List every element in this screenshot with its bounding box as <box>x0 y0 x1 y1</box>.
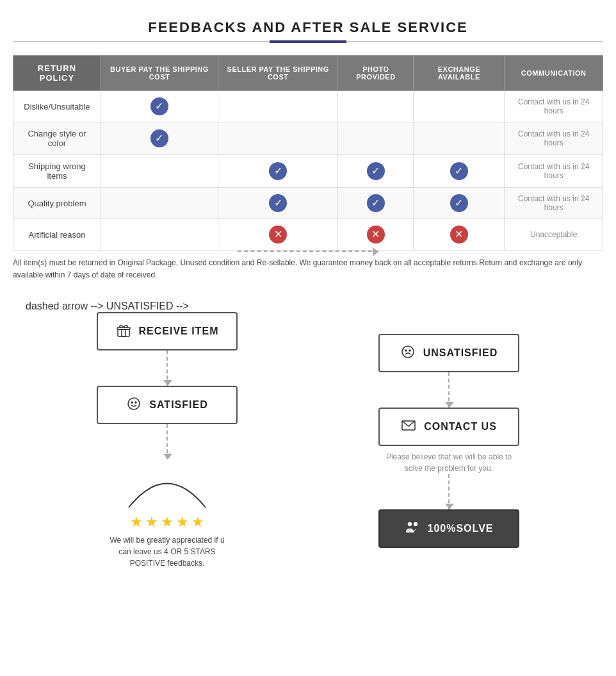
satisfied-label: SATISFIED <box>149 399 207 411</box>
buyer-pay-cell <box>101 219 218 251</box>
unsatisfied-label: UNSATISFIED <box>423 347 498 359</box>
col-header-photo: PHOTO PROVIDED <box>338 56 414 91</box>
check-icon: ✓ <box>269 194 287 212</box>
communication-cell: Contact with us in 24 hours <box>505 155 603 188</box>
star-1: ★ <box>130 514 143 531</box>
svg-point-11 <box>414 522 417 526</box>
table-row: Shipping wrong items ✓ ✓ ✓ Contact with … <box>13 155 603 188</box>
svg-point-10 <box>408 522 412 526</box>
stars-arc <box>122 466 212 511</box>
svg-rect-1 <box>122 329 126 336</box>
check-icon: ✓ <box>150 129 168 147</box>
row-label: Artificial reason <box>13 219 101 251</box>
exchange-cell: ✕ <box>414 219 505 251</box>
check-icon: ✓ <box>450 194 468 212</box>
table-row: Change style or color ✓ Contact with us … <box>13 122 603 155</box>
buyer-pay-cell <box>101 155 218 188</box>
contact-us-label: CONTACT US <box>424 421 497 433</box>
flow-top-row: RECEIVE ITEM SATISFIED <box>26 312 590 569</box>
title-section: FEEDBACKS AND AFTER SALE SERVICE <box>13 19 603 42</box>
row-label: Dislike/Unsuitable <box>13 91 101 122</box>
seller-pay-cell: ✓ <box>218 155 338 188</box>
horizontal-connector <box>238 229 378 252</box>
row-label: Change style or color <box>13 122 101 155</box>
svg-point-8 <box>409 350 410 351</box>
communication-cell: Contact with us in 24 hours <box>505 188 603 219</box>
unsatisfied-box: UNSATISFIED <box>378 334 519 372</box>
satisfied-box: SATISFIED <box>97 386 238 424</box>
table-row: Quality problem ✓ ✓ ✓ Contact with us in… <box>13 188 603 219</box>
cross-icon: ✕ <box>450 226 468 243</box>
communication-cell: Contact with us in 24 hours <box>505 91 603 122</box>
arrow-receive-to-satisfied <box>166 350 168 386</box>
contact-us-box: CONTACT US <box>378 408 519 446</box>
row-label: Shipping wrong items <box>13 155 101 188</box>
svg-point-7 <box>405 350 407 351</box>
flowchart-section: dashed arrow --> UNSATISFIED --> RECEIVE… <box>13 301 603 569</box>
col-header-seller-pay: SELLER PAY THE SHIPPING COST <box>218 56 338 91</box>
svg-point-4 <box>131 402 133 403</box>
seller-pay-cell: ✓ <box>218 188 338 219</box>
row-label: Quality problem <box>13 188 101 219</box>
col-header-buyer-pay: BUYER PAY THE SHIPPING COST <box>101 56 218 91</box>
col-header-return-policy: RETURN POLICY <box>13 56 101 91</box>
flow-right-column: UNSATISFIED CONTACT US Please believe th… <box>378 334 519 548</box>
communication-cell: Contact with us in 24 hours <box>505 122 603 155</box>
photo-cell <box>338 122 414 155</box>
flow-left-column: RECEIVE ITEM SATISFIED <box>97 312 238 569</box>
table-row: Dislike/Unsuitable ✓ Contact with us in … <box>13 91 603 122</box>
star-4: ★ <box>176 514 189 531</box>
exchange-cell: ✓ <box>414 188 505 219</box>
svg-point-5 <box>135 402 136 403</box>
exchange-cell <box>414 91 505 122</box>
exchange-cell: ✓ <box>414 155 505 188</box>
page-title: FEEDBACKS AND AFTER SALE SERVICE <box>13 19 603 36</box>
stars-appreciation-text: We will be greatly appreciated if u can … <box>103 534 231 569</box>
solve-box: 100%SOLVE <box>378 509 519 548</box>
table-footnote: All item(s) must be returned in Original… <box>13 257 603 281</box>
communication-cell: Unacceptable <box>505 219 603 251</box>
return-policy-table-wrapper: RETURN POLICY BUYER PAY THE SHIPPING COS… <box>13 55 603 251</box>
svg-rect-2 <box>117 327 130 329</box>
svg-point-3 <box>128 398 140 409</box>
seller-pay-cell <box>218 122 338 155</box>
exchange-cell <box>414 122 505 155</box>
title-underline <box>13 41 603 42</box>
receive-item-box: RECEIVE ITEM <box>97 312 238 350</box>
return-policy-table: RETURN POLICY BUYER PAY THE SHIPPING COS… <box>13 55 603 251</box>
photo-cell: ✓ <box>338 188 414 219</box>
people-icon <box>405 520 420 538</box>
check-icon: ✓ <box>269 162 287 180</box>
contact-subtext: Please believe that we will be able to s… <box>385 451 513 474</box>
stars-row: ★ ★ ★ ★ ★ <box>130 514 204 531</box>
check-icon: ✓ <box>367 194 385 212</box>
photo-cell: ✓ <box>338 155 414 188</box>
col-header-exchange: EXCHANGE AVAILABLE <box>414 56 505 91</box>
title-accent-line <box>270 40 346 43</box>
dashed-horizontal-arrow <box>238 251 378 252</box>
arrow-contact-to-solve <box>448 474 450 509</box>
solve-label: 100%SOLVE <box>428 523 494 534</box>
smile-icon <box>126 396 142 414</box>
star-3: ★ <box>161 514 174 531</box>
svg-point-6 <box>402 346 414 358</box>
gift-icon <box>116 322 131 340</box>
buyer-pay-cell: ✓ <box>101 122 218 155</box>
mail-icon <box>401 418 416 436</box>
check-icon: ✓ <box>450 162 468 180</box>
buyer-pay-cell <box>101 188 218 219</box>
receive-item-label: RECEIVE ITEM <box>139 326 219 337</box>
sad-icon <box>400 344 416 362</box>
stars-section: ★ ★ ★ ★ ★ We will be greatly appreciated… <box>103 466 231 569</box>
col-header-communication: COMMUNICATION <box>505 56 603 91</box>
arrow-unsatisfied-to-contact <box>448 372 450 408</box>
buyer-pay-cell: ✓ <box>101 91 218 122</box>
star-2: ★ <box>145 514 158 531</box>
photo-cell <box>338 91 414 122</box>
check-icon: ✓ <box>150 97 168 115</box>
arrow-satisfied-to-stars <box>166 424 168 459</box>
seller-pay-cell <box>218 91 338 122</box>
check-icon: ✓ <box>367 162 385 180</box>
svg-rect-0 <box>118 329 129 336</box>
star-5: ★ <box>191 514 204 531</box>
